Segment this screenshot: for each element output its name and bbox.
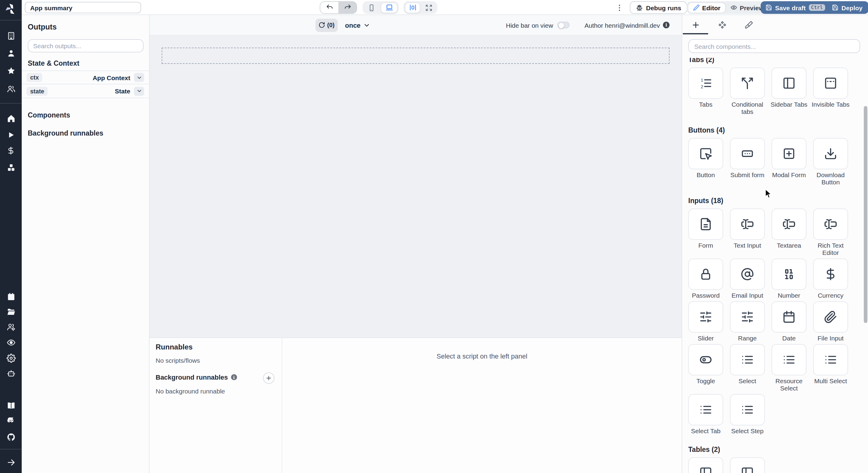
app-summary-input[interactable] (25, 2, 141, 13)
component-card-invisible-tabs[interactable]: Invisible Tabs (813, 67, 848, 115)
sidebar-item-schedules[interactable] (6, 292, 16, 301)
user-icon (6, 48, 16, 58)
component-card-table[interactable] (730, 457, 765, 473)
sidebar-item-github[interactable] (6, 432, 16, 442)
output-type-label: State (115, 88, 130, 95)
expand-row-button[interactable] (134, 73, 144, 82)
search-components-input[interactable] (688, 39, 860, 53)
mobile-view-button[interactable] (364, 2, 379, 13)
fullwidth-button[interactable] (422, 2, 436, 13)
chevron-down-icon (136, 88, 142, 94)
runnables-panel: Runnables No scripts/flows Background ru… (150, 337, 682, 473)
component-card-download-button[interactable]: Download Button (813, 138, 848, 185)
pencil-icon (693, 4, 700, 11)
search-outputs-input[interactable] (28, 39, 144, 53)
square-plus-icon (782, 147, 796, 160)
component-card-text-input[interactable]: Text Input (730, 208, 765, 256)
component-card-email-input[interactable]: Email Input (730, 259, 765, 299)
section-title: Inputs (18) (688, 196, 863, 205)
sidebar-collapse-button[interactable] (6, 457, 16, 467)
refresh-button[interactable]: (0) (315, 19, 338, 32)
sidebar-item-ai[interactable] (6, 368, 16, 378)
debug-runs-button[interactable]: Debug runs (630, 1, 687, 14)
component-card-currency[interactable]: Currency (813, 259, 848, 299)
component-card-modal-form[interactable]: Modal Form (772, 138, 806, 185)
sliders-icon (741, 310, 754, 324)
add-background-runnable-button[interactable] (263, 372, 275, 384)
output-row-ctx[interactable]: ctx App Context (22, 70, 149, 85)
component-card-date[interactable]: Date (772, 301, 806, 342)
component-card-form[interactable]: Form (688, 208, 723, 256)
schedule-dropdown[interactable]: once (345, 22, 370, 29)
component-card-button[interactable]: Button (688, 138, 723, 185)
sidebar-divider (0, 449, 22, 449)
list-icon (741, 353, 754, 366)
editor-tab[interactable]: Editor (688, 2, 726, 13)
sidebar-item-workspace[interactable] (6, 31, 16, 40)
component-card-conditional-tabs[interactable]: Conditional tabs (730, 67, 765, 115)
sidebar-item-settings[interactable] (6, 353, 16, 363)
component-card-multi-select[interactable]: Multi Select (813, 344, 848, 392)
sidebar-item-home[interactable] (6, 113, 16, 123)
component-card-rich-text-editor[interactable]: Rich Text Editor (813, 208, 848, 256)
components-scrollbar[interactable] (864, 106, 867, 323)
sidebar-item-variables[interactable] (6, 146, 16, 156)
component-card-sidebar-tabs[interactable]: Sidebar Tabs (772, 67, 806, 115)
chevron-down-icon (363, 22, 370, 29)
sidebar-item-favorites[interactable] (6, 66, 16, 75)
rectangle-ellipsis-icon (741, 147, 754, 160)
sidebar-item-discord[interactable] (6, 415, 16, 425)
tab-insert-component[interactable] (682, 15, 709, 34)
info-icon[interactable]: i (663, 22, 670, 28)
component-card-range[interactable]: Range (730, 301, 765, 342)
component-card-password[interactable]: Password (688, 259, 723, 299)
sidebar-item-docs[interactable] (6, 401, 16, 410)
file-text-icon (699, 217, 712, 231)
hide-bar-toggle[interactable] (557, 22, 569, 28)
output-row-state[interactable]: state State (22, 85, 149, 98)
component-card-toggle[interactable]: Toggle (688, 344, 723, 392)
expand-row-button[interactable] (134, 87, 144, 96)
laptop-icon (385, 4, 393, 11)
component-card-submit-form[interactable]: Submit form (730, 138, 765, 185)
sidebar-item-resources[interactable] (6, 163, 16, 172)
canvas-dropzone[interactable] (162, 47, 670, 64)
component-card-table[interactable] (688, 457, 723, 473)
tab-styling[interactable] (735, 15, 762, 34)
section-title: Buttons (4) (688, 126, 863, 134)
sidebar-item-user[interactable] (6, 48, 16, 58)
star-icon (6, 66, 16, 75)
sidebar-item-groups[interactable] (6, 322, 16, 331)
robot-icon (6, 368, 16, 377)
component-card-slider[interactable]: Slider (688, 301, 723, 342)
desktop-view-button[interactable] (381, 2, 398, 13)
component-card-select[interactable]: Select (730, 344, 765, 392)
section-inputs: Inputs (18) Form Text Input Textarea Ric… (688, 196, 863, 434)
redo-button[interactable] (338, 2, 356, 13)
redo-icon (343, 4, 351, 11)
app-canvas[interactable] (150, 36, 682, 337)
tab-component-settings[interactable] (709, 15, 735, 34)
sidebar-item-users[interactable] (6, 84, 16, 93)
component-card-tabs[interactable]: Tabs (688, 67, 723, 115)
info-icon[interactable]: i (231, 374, 237, 380)
center-content-button[interactable] (405, 2, 421, 13)
undo-button[interactable] (320, 2, 338, 13)
deploy-button[interactable]: Deploy (826, 1, 868, 14)
windmill-app-editor: Debug runs Editor Preview Save draft Ctr… (0, 0, 868, 473)
panel-left-icon (699, 466, 712, 473)
component-card-resource-select[interactable]: Resource Select (772, 344, 806, 392)
component-card-select-step[interactable]: Select Step (730, 394, 765, 434)
sidebar-item-folders[interactable] (6, 307, 16, 316)
component-card-file-input[interactable]: File Input (813, 301, 848, 342)
sidebar-item-runs[interactable] (6, 130, 16, 140)
more-menu-button[interactable] (615, 2, 624, 13)
components-panel: Tabs (2) Tabs Conditional tabs Sidebar T… (682, 15, 868, 473)
sidebar-item-audit-logs[interactable] (6, 337, 16, 347)
component-card-select-tab[interactable]: Select Tab (688, 394, 723, 434)
component-card-number[interactable]: Number (772, 259, 806, 299)
component-card-textarea[interactable]: Textarea (772, 208, 806, 256)
components-list[interactable]: Tabs (2) Tabs Conditional tabs Sidebar T… (688, 58, 863, 473)
windmill-logo[interactable] (4, 2, 18, 18)
sidebar-divider (0, 20, 22, 21)
